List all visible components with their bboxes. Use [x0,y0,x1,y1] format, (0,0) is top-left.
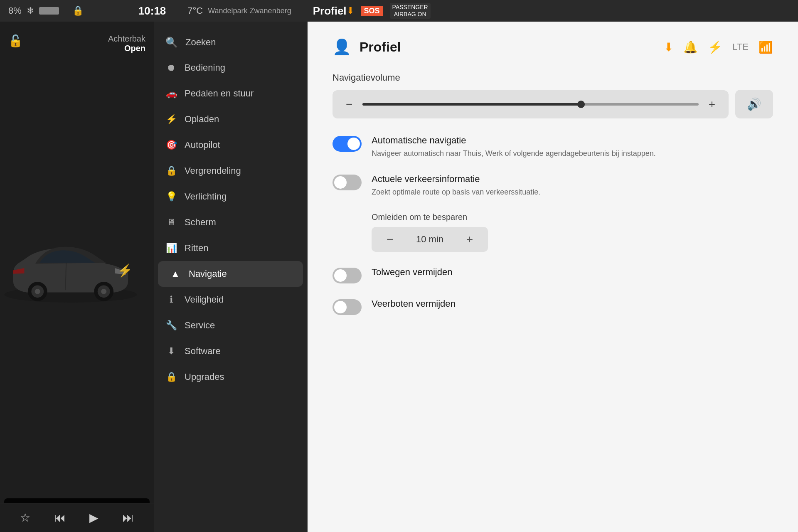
bottom-controls: ☆ ⏮ ▶ ⏭ [0,503,154,532]
stepper-minus-button[interactable]: − [380,233,400,246]
sidebar-item-opladen[interactable]: ⚡ Opladen [154,106,307,132]
ritten-icon: 📊 [165,243,177,254]
omleiden-label: Omleiden om te besparen [372,212,773,222]
freeze-icon: ❄ [27,5,34,16]
bell-header-icon: 🔔 [683,40,698,54]
stepper-plus-button[interactable]: + [460,233,480,246]
volume-slider-container: − + [332,90,729,118]
omleiden-stepper: − 10 min + [372,227,488,252]
battery-bar [39,7,59,15]
volume-increase-button[interactable]: + [705,98,719,111]
sidebar-item-scherm[interactable]: 🖥 Scherm [154,209,307,235]
bluetooth-header-icon: ⚡ [708,40,722,54]
upgrades-label: Upgrades [185,372,224,382]
auto-navigation-title: Automatische navigatie [372,135,773,146]
car-svg: ⚡ [0,233,141,312]
scherm-icon: 🖥 [165,217,177,228]
status-bar: 8% ❄ 🔒 10:18 7°C Wandelpark Zwanenberg P… [0,0,798,22]
traffic-info-toggle[interactable] [332,175,362,190]
trunk-label: Achterbak [108,34,145,44]
auto-navigation-content: Automatische navigatie Navigeer automati… [372,135,773,159]
status-time: 10:18 [138,5,166,17]
airbag-badge: PASSENGERAIRBAG ON [390,3,431,19]
sidebar-item-navigatie[interactable]: ▲ Navigatie [158,261,303,287]
tolwegen-row: Tolwegen vermijden [332,267,773,283]
profile-header: 👤 Profiel ⬇ 🔔 ⚡ LTE 📶 [332,38,773,56]
trunk-value: Open [108,44,145,53]
service-label: Service [185,320,215,331]
sidebar-item-software[interactable]: ⬇ Software [154,338,307,364]
volume-slider-track[interactable] [362,103,698,106]
sidebar-item-vergrendeling[interactable]: 🔒 Vergrendeling [154,158,307,184]
sidebar-item-autopilot[interactable]: 🎯 Autopilot [154,132,307,158]
software-label: Software [185,346,221,357]
sidebar-item-veiligheid[interactable]: ℹ Veiligheid [154,287,307,313]
vergrendeling-label: Vergrendeling [185,165,241,176]
next-button[interactable]: ⏭ [119,507,137,528]
omleiden-section: Omleiden om te besparen − 10 min + [372,212,773,252]
svg-point-3 [35,289,40,294]
sidebar-item-service[interactable]: 🔧 Service [154,313,307,338]
svg-point-6 [101,289,106,294]
status-right: ⬇ SOS PASSENGERAIRBAG ON [347,3,431,19]
traffic-info-knob [334,176,347,189]
battery-percent: 8% [8,5,22,16]
favorite-button[interactable]: ☆ [17,507,34,528]
page-title-center: Profiel [313,5,347,17]
navigatie-label: Navigatie [189,268,227,279]
veerboten-toggle[interactable] [332,299,362,315]
stepper-value: 10 min [400,234,459,245]
sos-badge: SOS [361,6,383,16]
tolwegen-toggle[interactable] [332,268,362,283]
location: Wandelpark Zwanenberg [208,7,291,15]
volume-slider-fill [362,103,581,106]
veerboten-row: Veerboten vermijden [332,298,773,315]
sidebar-item-ritten[interactable]: 📊 Ritten [154,235,307,261]
volume-label: Navigatievolume [332,72,773,83]
service-icon: 🔧 [165,320,177,331]
bediening-label: Bediening [185,62,225,73]
speaker-button[interactable]: 🔊 [735,90,773,118]
download-header-icon: ⬇ [664,40,673,54]
auto-navigation-desc: Navigeer automatisch naar Thuis, Werk of… [372,148,773,159]
verlichting-icon: 💡 [165,191,177,202]
auto-navigation-knob [347,138,360,150]
veiligheid-label: Veiligheid [185,294,224,305]
tolwegen-knob [334,269,347,282]
sidebar-item-bediening[interactable]: ⏺ Bediening [154,55,307,81]
autopilot-label: Autopilot [185,140,220,150]
navigatie-icon: ▲ [170,268,181,279]
lte-icon: LTE [732,42,749,52]
play-button[interactable]: ▶ [86,507,102,528]
vergrendeling-icon: 🔒 [165,165,177,176]
volume-slider-thumb [577,101,585,108]
volume-decrease-button[interactable]: − [342,98,356,111]
status-left: 8% ❄ 🔒 10:18 7°C Wandelpark Zwanenberg P… [8,5,347,17]
profile-title: Profiel [360,39,655,55]
sidebar-item-verlichting[interactable]: 💡 Verlichting [154,184,307,209]
car-image-area: ⚡ [0,55,154,490]
volume-section: Navigatievolume − + 🔊 [332,72,773,118]
opladen-label: Opladen [185,114,219,125]
signal-header-icon: 📶 [759,40,773,54]
car-lock-icon: 🔓 [8,34,23,48]
speaker-icon: 🔊 [747,98,761,111]
prev-button[interactable]: ⏮ [51,507,69,528]
sidebar-item-upgrades[interactable]: 🔒 Upgrades [154,364,307,390]
sidebar-item-pedalen[interactable]: 🚗 Pedalen en stuur [154,81,307,106]
settings-panel: 🔍 Zoeken ⏺ Bediening 🚗 Pedalen en stuur … [154,22,308,532]
scherm-label: Scherm [185,217,216,228]
search-item[interactable]: 🔍 Zoeken [154,30,307,55]
traffic-info-desc: Zoekt optimale route op basis van verkee… [372,187,773,197]
profile-icon: 👤 [332,38,351,56]
veerboten-title: Veerboten vermijden [372,298,773,309]
traffic-info-row: Actuele verkeersinformatie Zoekt optimal… [332,174,773,197]
tolwegen-content: Tolwegen vermijden [372,267,773,280]
auto-navigation-toggle[interactable] [332,136,362,152]
bediening-icon: ⏺ [165,62,177,73]
header-icons: ⬇ 🔔 ⚡ LTE 📶 [664,40,773,54]
opladen-icon: ⚡ [165,114,177,125]
search-icon: 🔍 [165,37,178,48]
svg-text:⚡: ⚡ [117,263,133,278]
auto-navigation-row: Automatische navigatie Navigeer automati… [332,135,773,159]
